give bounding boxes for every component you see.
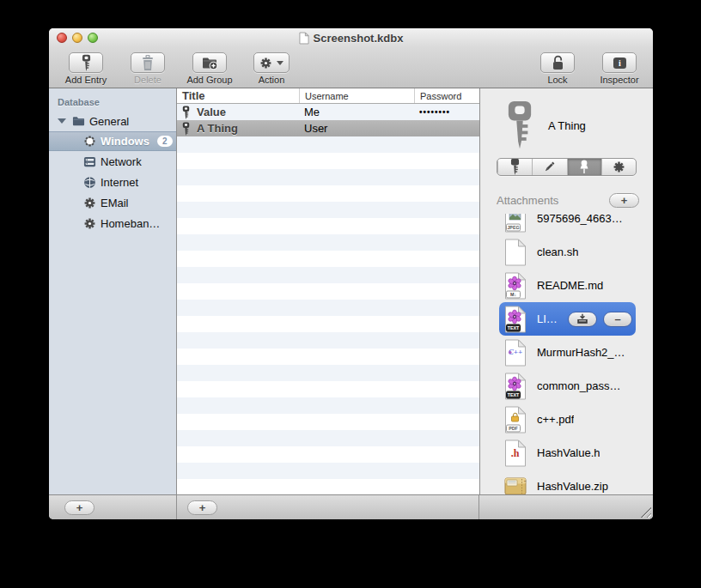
empty-row	[177, 136, 479, 153]
empty-row	[177, 185, 479, 202]
lock-button[interactable]: Lock	[533, 52, 582, 85]
add-group-button[interactable]: Add Group	[185, 52, 235, 85]
group-network[interactable]: Network	[49, 151, 176, 172]
svg-text:TEXT: TEXT	[508, 392, 520, 397]
attachment-name: README.md	[537, 279, 603, 292]
column-header-title[interactable]: Title	[177, 88, 299, 103]
entry-title: A Thing	[197, 122, 238, 135]
group-label: General	[89, 115, 129, 128]
remove-attachment-button[interactable]: –	[603, 312, 632, 327]
empty-row	[177, 430, 479, 446]
file-type-icon: .h	[504, 439, 527, 467]
empty-row	[177, 446, 479, 463]
attachment-row[interactable]: C++ MurmurHash2_…	[499, 336, 636, 369]
key-icon	[181, 106, 191, 119]
group-icon	[83, 216, 96, 230]
entry-username: User	[299, 122, 414, 135]
attachment-row[interactable]: PDF c++.pdf	[499, 403, 636, 436]
add-entry-footer-button[interactable]: +	[187, 500, 217, 515]
empty-row	[177, 381, 479, 397]
disclosure-triangle-icon[interactable]	[58, 118, 66, 124]
group-icon	[83, 135, 96, 149]
column-header-username[interactable]: Username	[299, 88, 414, 103]
group-icon	[83, 175, 96, 189]
tab-settings[interactable]	[601, 159, 636, 175]
attachment-row[interactable]: .h HashValue.h	[499, 436, 636, 470]
group-icon	[83, 155, 96, 168]
attachments-list: JPEG 5975696_4663… clean.sh M↓ README.md	[480, 214, 653, 494]
file-type-icon: +	[504, 473, 527, 495]
attachment-name: 5975696_4663…	[537, 214, 623, 225]
group-label: Windows	[101, 135, 149, 148]
group-label: Internet	[101, 176, 138, 189]
empty-row	[177, 153, 479, 169]
attachment-row[interactable]: M↓ README.md	[499, 269, 636, 302]
tab-attachments[interactable]	[567, 159, 601, 175]
group-homebanking[interactable]: Homeban…	[49, 213, 176, 233]
window-title: Screenshot.kdbx	[299, 32, 404, 45]
empty-row	[177, 234, 479, 251]
add-group-footer-button[interactable]: +	[64, 500, 94, 515]
attachment-name: HashValue.zip	[537, 480, 608, 493]
attachment-name: clean.sh	[537, 246, 578, 258]
entry-count-badge: 2	[157, 136, 173, 147]
entry-table-body: Value Me •••••••• A Thing User	[177, 104, 479, 494]
attachments-label: Attachments	[497, 194, 558, 207]
column-header-password[interactable]: Password	[414, 88, 479, 103]
save-attachment-button[interactable]	[568, 312, 597, 327]
file-type-icon: JPEG	[504, 214, 527, 233]
group-windows[interactable]: Windows 2	[49, 131, 176, 151]
title-bar[interactable]: Screenshot.kdbx	[49, 28, 653, 47]
file-type-icon	[504, 239, 527, 266]
zoom-button[interactable]	[88, 33, 98, 43]
sidebar-section-header: Database	[49, 95, 176, 111]
file-type-icon: TEXT	[504, 373, 527, 400]
empty-row	[177, 169, 479, 185]
group-email[interactable]: EMail	[49, 192, 176, 213]
inspector-button[interactable]: i Inspector	[594, 52, 644, 85]
attachment-name: HashValue.h	[537, 446, 600, 459]
action-button[interactable]: Action	[247, 52, 296, 85]
add-attachment-button[interactable]: +	[609, 193, 639, 208]
empty-row	[177, 332, 479, 349]
close-button[interactable]	[57, 33, 67, 43]
entry-row[interactable]: A Thing User	[177, 120, 479, 136]
group-label: Homeban…	[101, 217, 160, 230]
tab-edit[interactable]	[532, 159, 566, 175]
empty-row	[177, 463, 479, 479]
empty-row	[177, 251, 479, 267]
minus-icon: –	[614, 313, 620, 324]
group-internet[interactable]: Internet	[49, 172, 176, 192]
tab-icon	[613, 161, 625, 173]
toolbar-button-icon: i	[613, 57, 627, 70]
attachment-row[interactable]: JPEG 5975696_4663…	[499, 214, 636, 235]
group-general[interactable]: General	[49, 111, 176, 131]
svg-text:i: i	[619, 58, 621, 68]
resize-grip[interactable]	[641, 507, 651, 518]
attachment-row[interactable]: TEXT common_pass…	[499, 369, 636, 403]
group-icon	[72, 114, 85, 128]
svg-text:+: +	[524, 478, 527, 483]
chevron-down-icon	[277, 61, 283, 65]
inspector-panel: A Thing Attachments +	[479, 88, 653, 494]
entry-table: Title Username Password Value Me •••••••…	[177, 88, 479, 494]
delete-button[interactable]: Delete	[123, 52, 173, 85]
attachment-row[interactable]: + HashValue.zip	[499, 470, 636, 494]
entry-key-icon	[503, 100, 536, 151]
app-window: Screenshot.kdbx Add Entry Delete	[49, 28, 653, 519]
tab-general[interactable]	[497, 159, 532, 175]
svg-text:JPEG: JPEG	[507, 225, 519, 230]
attachment-row[interactable]: TEXT LI… –	[499, 302, 636, 336]
tab-icon	[509, 158, 521, 176]
add-entry-button[interactable]: Add Entry	[61, 52, 111, 85]
toolbar: Add Entry Delete Add Group	[49, 47, 653, 88]
entry-row[interactable]: Value Me ••••••••	[177, 104, 479, 120]
svg-text:TEXT: TEXT	[508, 325, 520, 330]
toolbar-button-icon	[81, 54, 92, 72]
file-type-icon: C++	[504, 339, 527, 367]
minimize-button[interactable]	[72, 33, 82, 43]
toolbar-button-icon	[202, 56, 218, 70]
entry-password: ••••••••	[414, 107, 479, 117]
attachment-row[interactable]: clean.sh	[499, 235, 636, 269]
empty-row	[177, 283, 479, 300]
